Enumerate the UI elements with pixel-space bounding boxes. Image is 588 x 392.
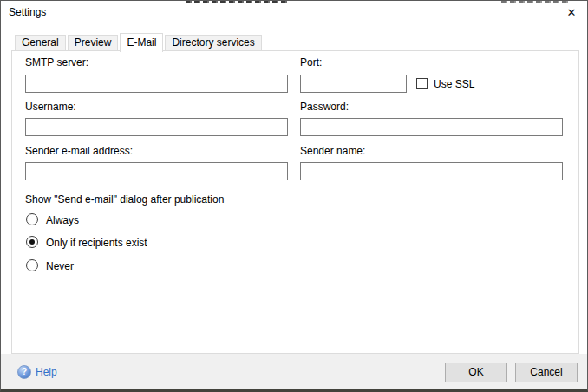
radio-never[interactable] xyxy=(26,259,38,271)
email-tab-panel: SMTP server: Port: Use SSL Username: Pas… xyxy=(11,50,579,354)
settings-dialog: Settings ✕ General Preview E-Mail Direct… xyxy=(0,0,588,392)
password-label: Password: xyxy=(300,101,349,113)
radio-only-if-recipients-exist[interactable] xyxy=(26,236,38,248)
smtp-server-input[interactable] xyxy=(25,75,288,93)
radio-never-label[interactable]: Never xyxy=(46,260,74,272)
sender-email-label: Sender e-mail address: xyxy=(25,145,133,157)
send-dialog-group-label: Show "Send e-mail" dialog after publicat… xyxy=(25,193,224,206)
sender-name-label: Sender name: xyxy=(300,145,365,157)
username-label: Username: xyxy=(25,101,76,113)
help-icon: ? xyxy=(17,365,31,379)
ok-button[interactable]: OK xyxy=(445,363,507,382)
password-input[interactable] xyxy=(300,118,563,136)
tab-bar: General Preview E-Mail Directory service… xyxy=(15,33,264,52)
sender-email-input[interactable] xyxy=(25,162,288,180)
use-ssl-label: Use SSL xyxy=(434,78,474,90)
background-window-artifact xyxy=(501,1,569,3)
background-window-artifact xyxy=(186,1,289,3)
close-icon[interactable]: ✕ xyxy=(561,4,582,22)
sender-name-input[interactable] xyxy=(300,162,563,180)
radio-only-if-recipients-exist-label[interactable]: Only if recipients exist xyxy=(46,237,147,249)
help-link-label: Help xyxy=(36,366,57,378)
port-label: Port: xyxy=(300,56,322,69)
dialog-footer: ? Help OK Cancel xyxy=(1,354,587,389)
radio-always[interactable] xyxy=(26,213,38,225)
tab-directory-services[interactable]: Directory services xyxy=(165,35,261,51)
port-input[interactable] xyxy=(300,75,407,93)
cancel-button[interactable]: Cancel xyxy=(515,363,578,382)
username-input[interactable] xyxy=(25,118,288,136)
tab-preview[interactable]: Preview xyxy=(68,35,119,51)
use-ssl-checkbox[interactable] xyxy=(416,78,428,89)
tab-general[interactable]: General xyxy=(15,35,66,51)
radio-always-label[interactable]: Always xyxy=(46,214,79,226)
help-link[interactable]: ? Help xyxy=(17,365,57,379)
dialog-title: Settings xyxy=(9,6,46,18)
smtp-server-label: SMTP server: xyxy=(25,56,88,69)
tab-email[interactable]: E-Mail xyxy=(120,33,163,52)
